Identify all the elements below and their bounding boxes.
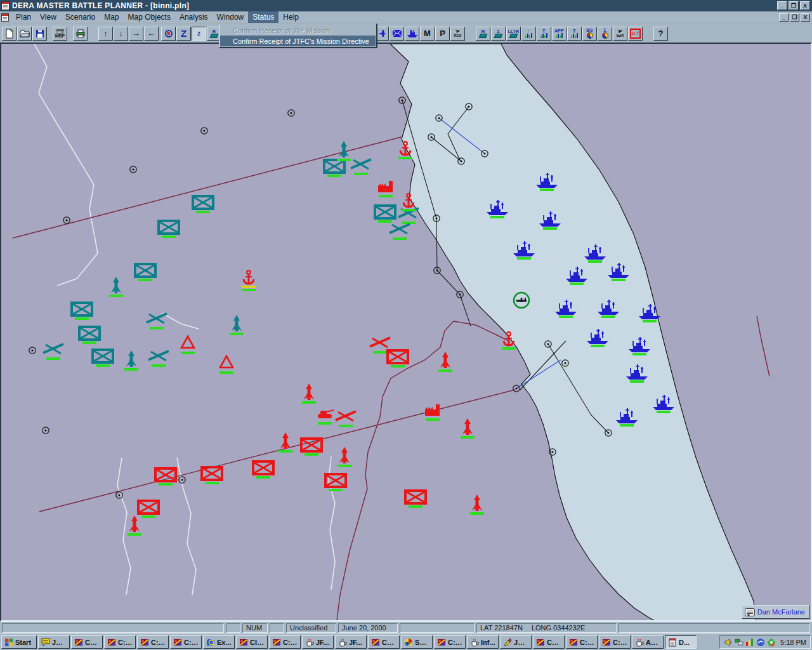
menu-map-objects[interactable]: Map Objects bbox=[124, 11, 175, 23]
toolbar: MBP↑↓→←ZzRMPƤRCOMΣLLTR↑ΣAPPΣBGΣƤ5⇄RO-T? bbox=[0, 23, 812, 43]
status-message-panel bbox=[2, 623, 224, 633]
status-date: June 20, 2000 bbox=[338, 623, 398, 633]
toolbar-swap-5r[interactable]: Ƥ5⇄R bbox=[613, 27, 627, 41]
status-scroll-panel bbox=[270, 623, 284, 633]
toolbar-m-overlay[interactable]: M bbox=[476, 27, 490, 41]
network-tray-icon[interactable] bbox=[735, 638, 743, 647]
taskbar-button-ag-java[interactable]: Ag... bbox=[632, 635, 664, 649]
status-long: LONG 0344232E bbox=[532, 624, 585, 632]
icq-tray-icon[interactable] bbox=[767, 638, 776, 647]
taskbar-button-cla-mbp[interactable]: Cla... bbox=[236, 635, 268, 649]
toolbar-pan-left[interactable]: ← bbox=[144, 27, 159, 41]
status-menu-dropdown: Confirm Receipt of JTF MissionConfirm Re… bbox=[219, 23, 377, 48]
status-num-lock: NUM bbox=[242, 623, 268, 633]
taskbar-button-d-dera[interactable]: D... bbox=[665, 635, 697, 649]
toolbar-sum-pie[interactable]: Σ bbox=[598, 27, 612, 41]
taskbar-button-c-j-mbp[interactable]: C:\j... bbox=[566, 635, 598, 649]
taskbar-button-ex-explorer[interactable]: Ex... bbox=[203, 635, 235, 649]
taskbar-button-c-mbp[interactable]: C:\... bbox=[599, 635, 631, 649]
toolbar-sum-overlay[interactable]: Σ bbox=[491, 27, 506, 41]
svg-text:32: 32 bbox=[407, 641, 411, 645]
speaker-tray-icon[interactable] bbox=[724, 638, 733, 647]
toolbar-p-tool[interactable]: P bbox=[435, 27, 450, 41]
taskbar-button-joh-chat[interactable]: Joh... bbox=[38, 635, 70, 649]
taskbar-button-co-mbp[interactable]: Co... bbox=[533, 635, 565, 649]
application-window: DERA MASTER BATTLE PLANNER - [binni.pln]… bbox=[0, 0, 812, 650]
taskbar-button-so-so32[interactable]: 32So... bbox=[401, 635, 433, 649]
title-bar: DERA MASTER BATTLE PLANNER - [binni.pln]… bbox=[0, 0, 812, 11]
toolbar-pan-up[interactable]: ↑ bbox=[98, 27, 113, 41]
status-coordinates: LAT 221847NLONG 0344232E bbox=[476, 623, 617, 633]
toolbar-sum-chart[interactable]: Σ bbox=[537, 27, 551, 41]
menu-scenario[interactable]: Scenario bbox=[61, 11, 100, 23]
status-classification: Unclassified bbox=[286, 623, 336, 633]
status-bar: NUM Unclassified June 20, 2000 LAT 22184… bbox=[0, 621, 812, 633]
toolbar-m-tool[interactable]: M bbox=[420, 27, 435, 41]
taskbar-button-inf-java[interactable]: Inf... bbox=[467, 635, 499, 649]
menu-window[interactable]: Window bbox=[213, 11, 249, 23]
chat-notification[interactable]: Dan McFarlane bbox=[742, 605, 809, 619]
menu-analysis[interactable]: Analysis bbox=[175, 11, 213, 23]
taskbar: Start Joh...Co...C:\...C:\j...C:\j...Ex.… bbox=[0, 633, 812, 650]
toolbar-save-file[interactable] bbox=[32, 27, 47, 41]
toolbar-lltr-overlay[interactable]: LLTR bbox=[506, 27, 521, 41]
toolbar-mail-tool[interactable] bbox=[390, 27, 404, 41]
toolbar-print[interactable] bbox=[73, 27, 88, 41]
taskbar-button-jf-java[interactable]: JF... bbox=[302, 635, 334, 649]
minimize-button[interactable]: _ bbox=[777, 1, 787, 10]
menu-map[interactable]: Map bbox=[100, 11, 123, 23]
restore-button[interactable]: ❐ bbox=[789, 1, 799, 10]
taskbar-button-c-j-mbp[interactable]: C:\j... bbox=[137, 635, 169, 649]
document-icon[interactable] bbox=[1, 13, 9, 22]
toolbar-rco-tool[interactable]: ƤRCO bbox=[450, 27, 465, 41]
toolbar-sum-bars[interactable]: Σ bbox=[567, 27, 582, 41]
status-right-panel bbox=[619, 623, 810, 633]
start-label: Start bbox=[15, 639, 31, 646]
toolbar-zoom-in[interactable]: Z bbox=[176, 27, 191, 41]
status-lat: LAT 221847N bbox=[480, 624, 523, 632]
taskbar-button-c-j-mbp[interactable]: C:\j... bbox=[170, 635, 202, 649]
close-button[interactable]: X bbox=[800, 1, 810, 10]
taskbar-button-co-mbp[interactable]: Co... bbox=[368, 635, 400, 649]
chart-tray-icon[interactable] bbox=[745, 638, 754, 647]
toolbar-unit-chart[interactable]: ↑ bbox=[521, 27, 536, 41]
app-icon bbox=[1, 1, 10, 10]
toolbar-ot-stop[interactable]: O-T bbox=[628, 27, 643, 41]
taskbar-button-co-mbp[interactable]: Co... bbox=[71, 635, 103, 649]
tray-icons bbox=[724, 638, 776, 647]
toolbar-new-file[interactable] bbox=[2, 27, 16, 41]
toolbar-zoom-out[interactable]: z bbox=[192, 27, 206, 41]
menu-status[interactable]: Status bbox=[248, 11, 278, 23]
menu-bar: PlanViewScenarioMapMap ObjectsAnalysisWi… bbox=[0, 11, 812, 23]
toolbar-pan-right[interactable]: → bbox=[129, 27, 143, 41]
menu-help[interactable]: Help bbox=[278, 11, 303, 23]
toolbar-mbp-tool[interactable]: MBP bbox=[53, 27, 67, 41]
taskbar-button-jas-paint[interactable]: Jas... bbox=[500, 635, 532, 649]
map-canvas[interactable]: Dan McFarlane bbox=[0, 43, 812, 621]
taskbar-button-jf-java[interactable]: JF... bbox=[335, 635, 367, 649]
menu-view[interactable]: View bbox=[36, 11, 61, 23]
toolbar-help[interactable]: ? bbox=[653, 27, 668, 41]
windows-logo-icon bbox=[4, 638, 13, 647]
child-restore-button[interactable]: ❐ bbox=[790, 13, 799, 22]
taskbar-clock: 5:18 PM bbox=[780, 639, 806, 646]
child-close-button[interactable]: X bbox=[801, 13, 810, 22]
msn-tray-icon[interactable] bbox=[756, 638, 765, 647]
toolbar-pan-down[interactable]: ↓ bbox=[114, 27, 128, 41]
toolbar-center-target[interactable] bbox=[161, 27, 176, 41]
child-minimize-button[interactable]: _ bbox=[779, 13, 789, 22]
toolbar-open-file[interactable] bbox=[17, 27, 32, 41]
start-button[interactable]: Start bbox=[1, 635, 37, 649]
taskbar-button-c-mbp[interactable]: C:\... bbox=[269, 635, 301, 649]
taskbar-button-c-mbp[interactable]: C:\... bbox=[434, 635, 466, 649]
status-caps-panel bbox=[226, 623, 240, 633]
menu-items: PlanViewScenarioMapMap ObjectsAnalysisWi… bbox=[11, 11, 303, 23]
menu-item-confirm-receipt-of-jtf-mission: Confirm Receipt of JTF Mission bbox=[220, 25, 376, 36]
status-empty-panel bbox=[400, 623, 475, 633]
toolbar-bg-pie[interactable]: BG bbox=[582, 27, 597, 41]
taskbar-button-c-mbp[interactable]: C:\... bbox=[104, 635, 136, 649]
menu-item-confirm-receipt-of-jtfc-s-mission-direct[interactable]: Confirm Receipt of JTFC's Mission Direct… bbox=[220, 36, 376, 46]
menu-plan[interactable]: Plan bbox=[11, 11, 36, 23]
toolbar-app-chart[interactable]: APP bbox=[552, 27, 566, 41]
toolbar-ship-tool[interactable] bbox=[405, 27, 419, 41]
